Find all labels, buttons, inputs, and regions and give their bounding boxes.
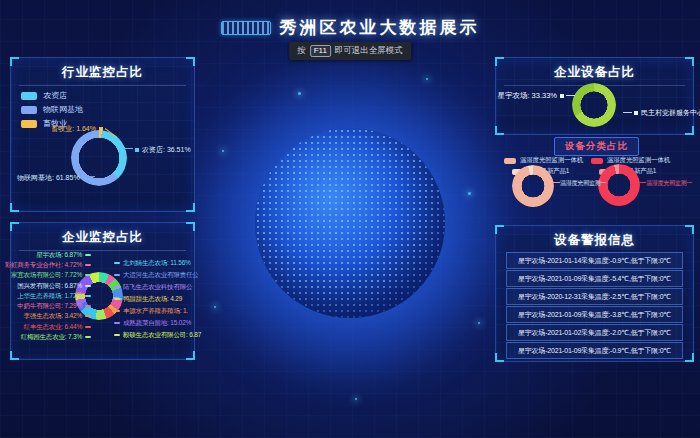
header: 秀洲区农业大数据展示 <box>0 16 700 39</box>
chart-callout: 温湿度光照监测一 <box>560 179 606 188</box>
page-title: 秀洲区农业大数据展示 <box>280 16 480 39</box>
panel-device-alerts: 设备警报信息 星宇农场-2021-01-14采集温度:-0.9℃,低于下限:0℃… <box>495 225 694 362</box>
device-class-left-donut <box>512 165 554 207</box>
label-marker <box>85 305 91 307</box>
chart-label: 星宇农场: 33.33% <box>504 91 564 101</box>
f11-key: F11 <box>310 45 331 57</box>
device-donut-chart <box>572 83 616 127</box>
chart-label: 北刘娟生态农场: 11.56% <box>114 259 191 267</box>
label-marker <box>135 148 139 152</box>
alert-row: 星宇农场-2020-12-31采集温度:-2.5℃,低于下限:0℃ <box>506 288 683 305</box>
legend-swatch <box>21 120 37 128</box>
section-title: 设备分类占比 <box>554 137 639 156</box>
label-marker <box>560 94 564 98</box>
chart-label: 中奶牛有限公司: 7.29% <box>11 302 91 310</box>
legend-swatch <box>504 158 516 164</box>
leader-line <box>566 95 575 96</box>
label-marker <box>114 286 120 288</box>
chart-label: 李强生态农场: 3.42% <box>11 312 91 320</box>
label-marker <box>114 310 120 312</box>
chart-label: 彩虹商务专业合作社: 4.72% <box>11 261 91 269</box>
legend-swatch <box>591 158 603 164</box>
globe-dot-pattern <box>255 128 445 318</box>
leader-line <box>623 112 632 113</box>
panel-title: 企业设备占比 <box>496 64 693 81</box>
label-marker <box>85 295 91 297</box>
chart-label: 上华生态养殖场: 1.72% <box>11 292 91 300</box>
label-marker <box>634 111 638 115</box>
chart-label: 民主村党群服务中心: <box>634 108 700 118</box>
panel-industry-monitor: 行业监控占比 农资店 物联网基地 畜牧业 畜牧业: 1.64% 农资店: 36.… <box>10 57 195 212</box>
chart-label: 陆飞生态农业科技有限公 <box>114 283 192 291</box>
legend-label: 温湿度光照监测一体机 <box>520 156 583 165</box>
label-marker <box>114 322 120 324</box>
legend-item: 农资店 <box>21 90 83 101</box>
particle-dot <box>298 92 301 95</box>
legend-label: 农资店 <box>43 90 67 101</box>
chart-label: 国兴发有限公司: 6.87% <box>11 282 91 290</box>
divider <box>19 85 186 86</box>
chart-label: 成熟蔬菜自留地: 15.02% <box>114 319 191 327</box>
legend-item: 温湿度光照监测一体机 <box>504 156 583 165</box>
leader-line <box>83 176 95 177</box>
leader-line <box>553 182 560 183</box>
hint-suffix: 即可退出全屏模式 <box>335 45 403 57</box>
leader-line <box>121 148 133 149</box>
alert-row: 星宇农场-2021-01-09采集温度:-3.8℃,低于下限:0℃ <box>506 306 683 323</box>
panel-enterprise-device: 企业设备占比 星宇农场: 33.33% 民主村党群服务中心: <box>495 57 694 135</box>
chart-label-text: 物联网基地: 61.85% <box>17 173 80 183</box>
logo-badge <box>221 21 271 35</box>
panel-enterprise-monitor: 企业监控占比 星宇农场: 6.87% 彩虹商务专业合作社: 4.72% 家宜农场… <box>10 222 195 360</box>
legend-swatch <box>21 92 37 100</box>
label-marker <box>114 262 120 264</box>
label-marker <box>85 264 91 266</box>
chart-callout: 温湿度光照监测一 <box>646 179 692 188</box>
label-marker <box>85 254 91 256</box>
alert-row: 星宇农场-2021-01-14采集温度:-0.9℃,低于下限:0℃ <box>506 252 683 269</box>
label-marker <box>114 274 120 276</box>
dashboard: 秀洲区农业大数据展示 按 F11 即可退出全屏模式 行业监控占比 农资店 物联网… <box>0 0 700 438</box>
panel-title: 行业监控占比 <box>11 64 194 81</box>
label-marker <box>85 336 91 338</box>
alert-row: 星宇农场-2021-01-09采集温度:-0.9℃,低于下限:0℃ <box>506 342 683 359</box>
chart-label: 畜牧业: 1.64% <box>37 124 103 134</box>
chart-label: 红丰生态农业: 6.44% <box>11 323 91 331</box>
leader-line <box>639 182 646 183</box>
legend-label: 物联网基地 <box>43 104 83 115</box>
label-marker <box>85 285 91 287</box>
particle-dot <box>478 322 480 324</box>
alert-row: 星宇农场-2021-01-02采集温度:-2.0℃,低于下限:0℃ <box>506 324 683 341</box>
particle-dot <box>355 398 357 400</box>
legend-item: 温湿度光照监测一体机 <box>591 156 670 165</box>
panel-title: 企业监控占比 <box>11 229 194 246</box>
label-marker <box>114 334 120 336</box>
particle-dot <box>222 150 224 152</box>
legend-item: 物联网基地 <box>21 104 83 115</box>
label-marker <box>85 315 91 317</box>
particle-dot <box>214 306 216 308</box>
chart-label: 丰源水产养殖养殖场: 1. <box>114 307 188 315</box>
panel-title: 设备警报信息 <box>496 232 693 249</box>
chart-label: 大运河生态农业有限责任公 <box>114 271 199 279</box>
particle-dot <box>426 78 428 80</box>
particle-dot <box>468 192 471 195</box>
chart-label: 毅硕生态农业有限公司: 6.87 <box>114 331 201 339</box>
label-marker <box>85 326 91 328</box>
chart-label-text: 民主村党群服务中心: <box>641 108 700 118</box>
fullscreen-hint: 按 F11 即可退出全屏模式 <box>289 42 411 60</box>
chart-label: 物联网基地: 61.85% <box>17 173 87 183</box>
label-marker <box>99 127 103 131</box>
chart-label: 红梅园生态农业: 7.3% <box>11 333 91 341</box>
chart-label-text: 农资店: 36.51% <box>142 145 191 155</box>
chart-label-text: 星宇农场: 33.33% <box>497 91 557 101</box>
chart-label: 鸭甜甜生态农场: 4.29 <box>114 295 182 303</box>
chart-label-text: 畜牧业: 1.64% <box>51 124 96 134</box>
chart-label: 星宇农场: 6.87% <box>11 251 91 259</box>
chart-label: 家宜农场有限公司: 7.72% <box>11 271 91 279</box>
label-marker <box>114 298 120 300</box>
hint-prefix: 按 <box>297 45 306 57</box>
label-marker <box>85 274 91 276</box>
legend-swatch <box>21 106 37 114</box>
alert-row: 星宇农场-2021-01-09采集温度:-5.4℃,低于下限:0℃ <box>506 270 683 287</box>
panel-device-classification: 设备分类占比 温湿度光照监测一体机 一体机新产品1 温湿度光照监测一体机 一体机… <box>495 136 694 224</box>
